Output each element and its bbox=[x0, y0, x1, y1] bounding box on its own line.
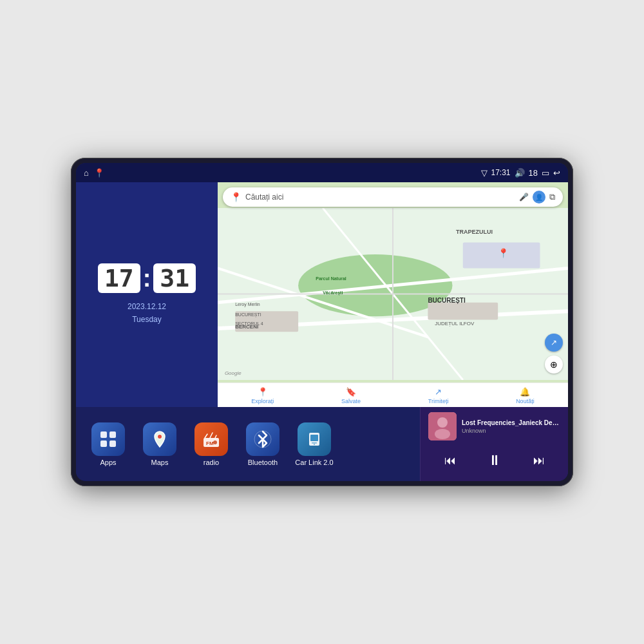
svg-text:Google: Google bbox=[225, 370, 242, 376]
map-user-avatar[interactable]: 👤 bbox=[533, 191, 545, 204]
status-time: 17:31 bbox=[491, 168, 511, 177]
app-icons-panel: Apps Maps bbox=[76, 407, 420, 481]
svg-text:TRAPEZULUI: TRAPEZULUI bbox=[456, 229, 493, 235]
map-search-text[interactable]: Căutați aici bbox=[245, 193, 515, 202]
main-content: 17 : 31 2023.12.12 Tuesday 📍 Căutați aic… bbox=[76, 182, 568, 481]
svg-rect-25 bbox=[109, 440, 116, 447]
svg-point-40 bbox=[435, 429, 450, 439]
music-text: Lost Frequencies_Janieck Devy-... Unknow… bbox=[462, 419, 560, 434]
svg-line-32 bbox=[215, 435, 216, 438]
map-nav-saved[interactable]: 🔖 Salvate bbox=[341, 387, 361, 404]
svg-rect-36 bbox=[312, 442, 317, 444]
svg-rect-22 bbox=[100, 431, 107, 438]
clock-panel: 17 : 31 2023.12.12 Tuesday bbox=[76, 182, 218, 407]
radio-label: radio bbox=[204, 459, 219, 466]
explore-icon: 📍 bbox=[258, 387, 268, 397]
map-navigation-button[interactable]: ↗ bbox=[545, 334, 563, 352]
map-compass-button[interactable]: ⊕ bbox=[545, 355, 563, 374]
svg-rect-23 bbox=[109, 431, 116, 438]
top-row: 17 : 31 2023.12.12 Tuesday 📍 Căutați aic… bbox=[76, 182, 568, 407]
svg-text:SECTORUL 4: SECTORUL 4 bbox=[235, 321, 263, 326]
signal-icon: ▽ bbox=[481, 168, 488, 178]
music-artist: Unknown bbox=[462, 428, 560, 434]
svg-line-31 bbox=[210, 433, 213, 438]
app-icon-carlink[interactable]: Car Link 2.0 bbox=[292, 422, 336, 466]
status-left-icons: ⌂ 📍 bbox=[84, 168, 104, 178]
map-bottom-bar: 📍 Explorați 🔖 Salvate ↗ Trimiteți 🔔 bbox=[218, 383, 568, 407]
svg-point-37 bbox=[314, 444, 315, 445]
music-info: Lost Frequencies_Janieck Devy-... Unknow… bbox=[428, 412, 560, 440]
map-mic-icon[interactable]: 🎤 bbox=[519, 193, 529, 202]
carlink-icon bbox=[298, 422, 331, 456]
map-search-bar[interactable]: 📍 Căutați aici 🎤 👤 ⧉ bbox=[223, 187, 563, 207]
apps-label: Apps bbox=[100, 459, 116, 466]
battery-icon: ▭ bbox=[542, 168, 549, 178]
app-icon-apps[interactable]: Apps bbox=[86, 422, 130, 466]
map-layers-icon[interactable]: ⧉ bbox=[549, 192, 555, 202]
saved-icon: 🔖 bbox=[346, 387, 356, 397]
bluetooth-icon bbox=[246, 422, 279, 456]
svg-text:JUDEȚUL ILFOV: JUDEȚUL ILFOV bbox=[435, 321, 475, 327]
map-nav-explore[interactable]: 📍 Explorați bbox=[251, 387, 274, 404]
svg-rect-24 bbox=[100, 440, 107, 447]
svg-line-30 bbox=[205, 434, 207, 438]
clock-date: 2023.12.12 Tuesday bbox=[128, 301, 166, 325]
music-next-button[interactable]: ⏭ bbox=[528, 451, 550, 470]
clock-date-value: 2023.12.12 bbox=[128, 301, 166, 313]
bluetooth-label: Bluetooth bbox=[248, 459, 278, 466]
home-icon[interactable]: ⌂ bbox=[84, 168, 89, 178]
music-play-pause-button[interactable]: ⏸ bbox=[482, 450, 507, 471]
map-content: TRAPEZULUI BUCUREȘTI JUDEȚUL ILFOV Parcu… bbox=[218, 208, 568, 380]
svg-point-29 bbox=[213, 440, 217, 444]
maps-label: Maps bbox=[151, 459, 169, 466]
map-pin-icon: 📍 bbox=[231, 192, 242, 202]
map-nav-send[interactable]: ↗ Trimiteți bbox=[428, 387, 449, 404]
svg-rect-35 bbox=[310, 435, 318, 441]
map-nav-news[interactable]: 🔔 Noutăți bbox=[516, 387, 535, 404]
news-label: Noutăți bbox=[516, 398, 535, 404]
screen: ⌂ 📍 ▽ 17:31 🔊 18 ▭ ↩ 17 : bbox=[76, 163, 568, 481]
news-icon: 🔔 bbox=[520, 387, 530, 397]
status-bar: ⌂ 📍 ▽ 17:31 🔊 18 ▭ ↩ bbox=[76, 163, 568, 182]
location-icon[interactable]: 📍 bbox=[94, 168, 104, 178]
svg-text:Leroy Merlin: Leroy Merlin bbox=[235, 302, 260, 307]
saved-label: Salvate bbox=[341, 398, 361, 404]
apps-icon bbox=[91, 422, 125, 456]
explore-label: Explorați bbox=[251, 398, 274, 404]
clock-hour: 17 bbox=[98, 263, 140, 293]
music-prev-button[interactable]: ⏮ bbox=[439, 451, 461, 470]
map-svg: TRAPEZULUI BUCUREȘTI JUDEȚUL ILFOV Parcu… bbox=[218, 208, 568, 380]
music-title: Lost Frequencies_Janieck Devy-... bbox=[462, 419, 560, 426]
svg-text:BUCUREȘTI: BUCUREȘTI bbox=[235, 312, 261, 317]
music-controls: ⏮ ⏸ ⏭ bbox=[428, 446, 560, 475]
carlink-label: Car Link 2.0 bbox=[295, 459, 333, 466]
svg-point-26 bbox=[158, 435, 162, 439]
map-panel[interactable]: 📍 Căutați aici 🎤 👤 ⧉ bbox=[218, 182, 568, 407]
clock-day-value: Tuesday bbox=[128, 314, 166, 326]
device-shell: ⌂ 📍 ▽ 17:31 🔊 18 ▭ ↩ 17 : bbox=[71, 158, 573, 486]
svg-text:BUCUREȘTI: BUCUREȘTI bbox=[428, 297, 466, 304]
svg-text:📍: 📍 bbox=[498, 248, 509, 259]
clock-colon: : bbox=[143, 265, 151, 292]
battery-level: 18 bbox=[529, 168, 538, 178]
svg-text:Văcărești: Văcărești bbox=[323, 290, 343, 296]
bottom-row: Apps Maps bbox=[76, 407, 568, 481]
status-right-icons: ▽ 17:31 🔊 18 ▭ ↩ bbox=[481, 168, 561, 178]
app-icon-radio[interactable]: FM radio bbox=[189, 422, 233, 466]
svg-rect-9 bbox=[428, 303, 498, 320]
back-icon[interactable]: ↩ bbox=[553, 168, 560, 178]
svg-text:FM: FM bbox=[206, 440, 214, 446]
app-icon-maps[interactable]: Maps bbox=[138, 422, 182, 466]
clock-minute: 31 bbox=[153, 263, 196, 293]
music-album-art bbox=[428, 412, 457, 440]
radio-icon: FM bbox=[194, 422, 228, 456]
volume-icon[interactable]: 🔊 bbox=[515, 168, 525, 178]
clock-display: 17 : 31 bbox=[98, 263, 196, 293]
music-panel: Lost Frequencies_Janieck Devy-... Unknow… bbox=[420, 407, 568, 481]
maps-icon bbox=[143, 422, 176, 456]
send-label: Trimiteți bbox=[428, 398, 449, 404]
app-icon-bluetooth[interactable]: Bluetooth bbox=[241, 422, 285, 466]
send-icon: ↗ bbox=[435, 387, 442, 397]
svg-point-39 bbox=[437, 417, 448, 428]
svg-text:Parcul Natural: Parcul Natural bbox=[316, 276, 346, 281]
